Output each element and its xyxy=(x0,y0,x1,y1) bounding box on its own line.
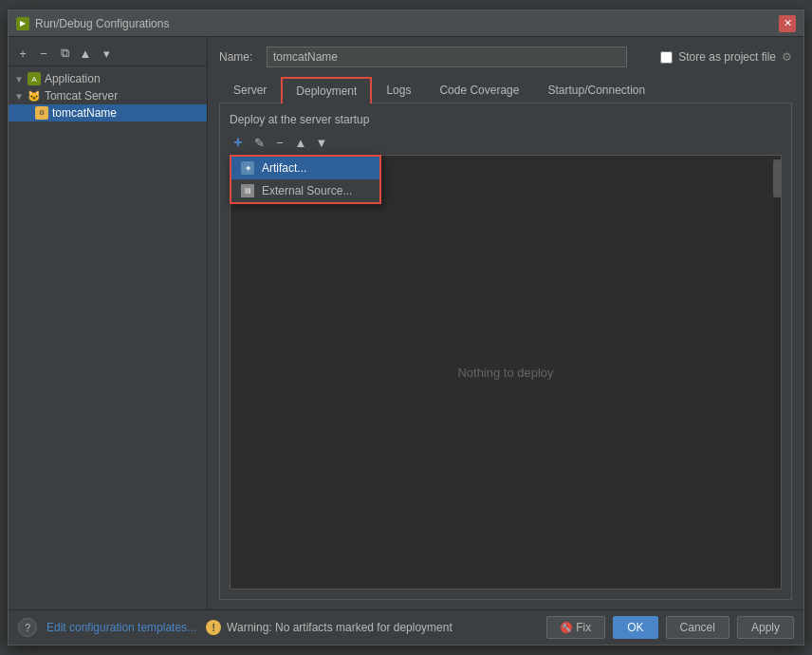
sidebar-item-tomcatname[interactable]: ⚙ tomcatName xyxy=(9,104,207,122)
deploy-toolbar: + ✎ − ▲ ▼ ◈ Artifact... ▤ External Sourc… xyxy=(230,134,782,151)
copy-config-button[interactable]: ⧉ xyxy=(56,45,73,62)
run-debug-dialog: ▶ Run/Debug Configurations ✕ + − ⧉ ▲ ▾ ▼… xyxy=(8,9,804,646)
sidebar-item-application[interactable]: ▼ A Application xyxy=(9,70,207,87)
expand-arrow-tomcat: ▼ xyxy=(14,91,24,102)
move-up-button[interactable]: ▲ xyxy=(77,45,94,62)
tab-deployment[interactable]: Deployment xyxy=(281,77,372,103)
tab-code-coverage[interactable]: Code Coverage xyxy=(425,77,533,103)
tab-server[interactable]: Server xyxy=(219,77,281,103)
titlebar-left: ▶ Run/Debug Configurations xyxy=(16,17,169,30)
store-gear-icon[interactable]: ⚙ xyxy=(782,50,792,64)
warning-section: ! Warning: No artifacts marked for deplo… xyxy=(206,620,537,635)
help-button[interactable]: ? xyxy=(18,618,37,637)
ok-button[interactable]: OK xyxy=(613,616,657,639)
deploy-add-button[interactable]: + xyxy=(230,134,247,151)
tab-startup-connection[interactable]: Startup/Connection xyxy=(533,77,659,103)
tabs-bar: Server Deployment Logs Code Coverage Sta… xyxy=(219,77,792,103)
external-source-icon: ▤ xyxy=(241,184,254,197)
sidebar-item-tomcat[interactable]: ▼ 🐱 Tomcat Server xyxy=(9,87,207,104)
config-label: tomcatName xyxy=(52,106,117,120)
fix-button[interactable]: 🔧 Fix xyxy=(546,616,605,639)
fix-label: Fix xyxy=(576,621,591,634)
move-down-button[interactable]: ▾ xyxy=(98,45,115,62)
store-project-row: Store as project file ⚙ xyxy=(660,50,792,64)
dropdown-item-external[interactable]: ▤ External Source... xyxy=(231,179,379,202)
warning-text: Warning: No artifacts marked for deploym… xyxy=(227,621,452,634)
application-icon: A xyxy=(28,72,41,85)
deploy-section-label: Deploy at the server startup xyxy=(230,113,782,126)
name-input[interactable] xyxy=(267,47,627,67)
add-dropdown-menu: ◈ Artifact... ▤ External Source... xyxy=(230,155,381,204)
tomcat-label: Tomcat Server xyxy=(45,89,118,103)
expand-arrow: ▼ xyxy=(14,74,24,84)
sidebar: + − ⧉ ▲ ▾ ▼ A Application ▼ 🐱 Tomcat Ser… xyxy=(9,37,208,609)
add-config-button[interactable]: + xyxy=(14,45,31,62)
dialog-title: Run/Debug Configurations xyxy=(35,17,169,30)
warning-icon: ! xyxy=(206,620,221,635)
deploy-remove-button[interactable]: − xyxy=(271,134,288,151)
application-label: Application xyxy=(45,72,101,85)
tomcat-icon: 🐱 xyxy=(28,89,41,103)
apply-button[interactable]: Apply xyxy=(737,616,794,639)
empty-deploy-label: Nothing to deploy xyxy=(457,365,553,380)
titlebar: ▶ Run/Debug Configurations ✕ xyxy=(9,10,803,37)
dialog-icon: ▶ xyxy=(16,17,29,30)
sidebar-toolbar: + − ⧉ ▲ ▾ xyxy=(9,41,207,66)
store-project-checkbox[interactable] xyxy=(660,51,673,64)
artifact-icon: ◈ xyxy=(241,161,254,175)
store-project-label: Store as project file xyxy=(678,50,776,64)
tab-content: Deploy at the server startup + ✎ − ▲ ▼ ◈… xyxy=(219,103,792,600)
right-panel: Name: Store as project file ⚙ Server Dep… xyxy=(208,37,803,609)
remove-config-button[interactable]: − xyxy=(35,45,52,62)
bottom-bar: ? Edit configuration templates... ! Warn… xyxy=(9,609,803,645)
close-button[interactable]: ✕ xyxy=(779,15,796,32)
main-content: + − ⧉ ▲ ▾ ▼ A Application ▼ 🐱 Tomcat Ser… xyxy=(9,37,803,609)
config-icon: ⚙ xyxy=(35,106,48,120)
artifact-label: Artifact... xyxy=(262,161,306,175)
deploy-move-up-button[interactable]: ▲ xyxy=(292,134,309,151)
dropdown-item-artifact[interactable]: ◈ Artifact... xyxy=(231,157,379,179)
fix-icon: 🔧 xyxy=(561,622,572,633)
cancel-button[interactable]: Cancel xyxy=(666,616,729,639)
deploy-move-down-button[interactable]: ▼ xyxy=(313,134,330,151)
deploy-content-area: Nothing to deploy xyxy=(230,155,782,590)
name-label: Name: xyxy=(219,50,257,64)
scrollbar[interactable] xyxy=(773,156,781,589)
name-row: Name: Store as project file ⚙ xyxy=(219,47,792,67)
tab-logs[interactable]: Logs xyxy=(372,77,425,103)
scrollbar-thumb xyxy=(773,159,781,197)
deploy-edit-button[interactable]: ✎ xyxy=(250,134,268,151)
external-source-label: External Source... xyxy=(262,184,352,197)
bottom-buttons: 🔧 Fix OK Cancel Apply xyxy=(546,616,794,639)
edit-templates-link[interactable]: Edit configuration templates... xyxy=(46,621,196,634)
